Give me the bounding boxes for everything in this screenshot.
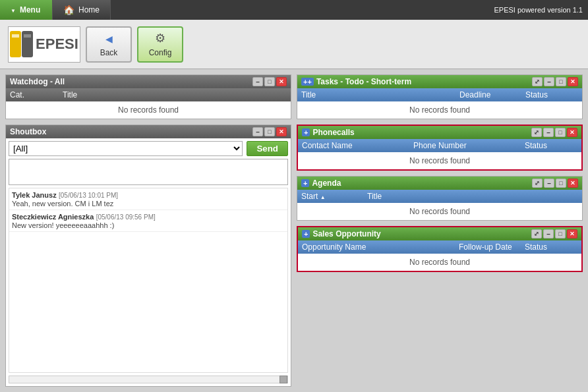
tasks-header: + Tasks - Todo - Short-term [297,75,582,88]
sales-close[interactable] [567,229,577,238]
tasks-col-deadline: Deadline [459,90,525,99]
sales-col-opportunity: Opportunity Name [302,242,459,252]
watchdog-title: Watchdog - All [10,77,250,86]
phonecalls-close[interactable] [567,128,577,137]
agenda-col-title: Title [367,192,578,201]
phonecalls-expand[interactable] [531,128,542,137]
sales-col-header: Opportunity Name Follow-up Date Status [298,240,581,254]
phonecalls-plus-icon: + [302,128,310,136]
message-author: Steczkiewicz Agnieszka [12,213,94,221]
tasks-no-records: No records found [297,101,582,119]
sales-panel: + Sales Opportunity Opportunity Name Fol… [297,226,583,272]
message-text: Yeah, new version. CM i LM tez [12,200,285,208]
config-label: Config [149,48,172,57]
tasks-col-title: Title [301,90,459,99]
tasks-minimize[interactable] [544,77,554,86]
sales-maximize[interactable] [555,229,566,238]
shoutbox-input[interactable] [9,159,288,185]
logo: EPESI [8,26,80,63]
sales-plus-icon: + [302,230,310,238]
shoutbox-title: Shoutbox [10,127,250,136]
watchdog-panel: Watchdog - All Cat. Title No records fou… [5,74,291,119]
phonecalls-col-header: Contact Name Phone Number Status [298,139,581,152]
watchdog-close[interactable] [276,77,287,86]
agenda-no-records: No records found [297,203,582,220]
back-button[interactable]: Back [86,26,132,63]
watchdog-col-title: Title [63,90,287,99]
shoutbox-panel: Shoutbox [All] Send Tylek Janusz [5,125,291,387]
shoutbox-minimize[interactable] [252,127,263,136]
home-label: Home [78,5,100,14]
message-item: Tylek Janusz [05/06/13 10:01 PM] Yeah, n… [9,188,287,210]
menu-button[interactable]: Menu [0,0,53,20]
phonecalls-title: Phonecalls [312,128,529,137]
phonecalls-header: + Phonecalls [298,126,581,139]
agenda-plus-icon: + [301,179,309,187]
agenda-title: Agenda [312,179,529,188]
shoutbox-close[interactable] [276,127,287,136]
tasks-col-header: Title Deadline Status [297,88,582,101]
shoutbox-scrollbar[interactable] [9,376,288,383]
sales-no-records: No records found [298,254,581,271]
home-button[interactable]: Home [53,0,111,20]
tasks-maximize[interactable] [556,77,566,86]
shoutbox-header: Shoutbox [6,125,291,138]
phonecalls-maximize[interactable] [555,128,566,137]
agenda-panel: + Agenda Start Title No records found [297,176,583,221]
shoutbox-send-button[interactable]: Send [247,141,288,156]
sales-header: + Sales Opportunity [298,227,581,240]
shoutbox-maximize[interactable] [264,127,275,136]
phonecalls-no-records: No records found [298,152,581,169]
tasks-title: Tasks - Todo - Short-term [316,77,529,86]
tasks-expand[interactable] [532,77,543,86]
logo-icon [10,31,33,57]
chevron-down-icon [11,5,16,14]
shoutbox-filter[interactable]: [All] [9,141,243,156]
back-arrow-icon [105,32,113,45]
message-author: Tylek Janusz [12,191,57,199]
tasks-plus-icon: + [301,78,314,86]
gear-icon [155,31,165,45]
home-icon [63,5,74,15]
tasks-panel: + Tasks - Todo - Short-term Title Deadli… [297,74,583,119]
shoutbox-messages[interactable]: Tylek Janusz [05/06/13 10:01 PM] Yeah, n… [9,188,288,373]
phonecalls-panel: + Phonecalls Contact Name Phone Number S… [297,125,583,171]
phonecalls-col-status: Status [525,141,577,150]
sales-minimize[interactable] [543,229,554,238]
agenda-col-start: Start [301,192,367,201]
sales-expand[interactable] [531,229,542,238]
config-button[interactable]: Config [137,26,183,63]
message-item: Steczkiewicz Agnieszka [05/06/13 09:56 P… [9,210,287,232]
sales-col-followup: Follow-up Date [459,242,525,252]
back-label: Back [100,48,118,57]
menu-label: Menu [20,5,40,14]
epesi-info: EPESI powered version 1.1 [494,0,588,20]
header: EPESI Back Config [0,20,588,69]
agenda-header: + Agenda [297,177,582,190]
message-time: [05/06/13 10:01 PM] [59,192,118,199]
phonecalls-col-phone: Phone Number [413,141,525,150]
watchdog-header: Watchdog - All [6,75,291,88]
message-text: New version! yeeeeeeaaahhh :) [12,221,285,229]
watchdog-col-header: Cat. Title [6,88,291,101]
svg-rect-2 [12,34,19,38]
phonecalls-col-contact: Contact Name [302,141,413,150]
tasks-close[interactable] [568,77,578,86]
message-time: [05/06/13 09:56 PM] [96,213,156,221]
tasks-col-status: Status [525,90,578,99]
agenda-expand[interactable] [532,179,543,188]
svg-rect-3 [24,34,31,38]
logo-text: EPESI [36,36,78,53]
sales-title: Sales Opportunity [312,229,529,238]
agenda-minimize[interactable] [544,179,554,188]
sales-col-status: Status [525,242,577,252]
agenda-maximize[interactable] [556,179,566,188]
watchdog-maximize[interactable] [264,77,275,86]
agenda-col-header: Start Title [297,190,582,203]
watchdog-minimize[interactable] [252,77,263,86]
watchdog-no-records: No records found [6,101,291,119]
phonecalls-minimize[interactable] [543,128,554,137]
agenda-close[interactable] [568,179,578,188]
watchdog-col-cat: Cat. [10,90,63,99]
